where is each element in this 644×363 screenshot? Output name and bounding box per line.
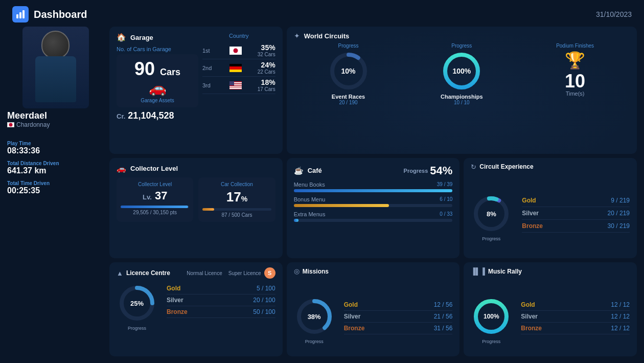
bonus-menu-bar-bg (294, 204, 453, 207)
garage-right: Country 1st 35% 32 Cars 2nd 24% 22 Cars (202, 33, 275, 148)
level-progress-text: 29,505 / 30,150 pts (121, 210, 189, 215)
licence-progress-label: Progress (128, 326, 146, 331)
garage-left: 🏠 Garage No. of Cars in Garage 90 Cars 🚗… (117, 33, 198, 148)
play-time-label: Play Time (7, 141, 104, 146)
level-progress-bar-bg (121, 206, 189, 208)
player-country: Chardonnay (7, 121, 50, 128)
circuit-pct: 8% (487, 210, 496, 217)
circuit-progress-label: Progress (482, 236, 500, 241)
garage-title: 🏠 Garage (117, 33, 198, 42)
music-medal-stats: Gold 12 / 12 Silver 12 / 12 Bronze 12 / … (521, 299, 630, 334)
missions-icon: ◎ (294, 267, 300, 275)
licence-title: Licence Centre (126, 269, 170, 277)
collector-level-label: Collector Level (121, 182, 189, 187)
right-panel: 🏠 Garage No. of Cars in Garage 90 Cars 🚗… (109, 27, 637, 356)
circuit-icon: ↻ (471, 163, 476, 171)
header-date: 31/10/2023 (596, 10, 632, 18)
missions-gold-row: Gold 12 / 56 (344, 299, 453, 311)
main-layout: Meerdael Chardonnay Play Time 08:33:36 T… (0, 27, 644, 361)
garage-box: 90 Cars 🚗 Garage Assets (117, 54, 198, 107)
world-title: World Circuits (304, 32, 350, 40)
svg-rect-2 (22, 10, 25, 18)
licence-pct: 25% (130, 300, 144, 307)
music-rally-card: ▐▌▐ Music Rally 100% Pro (464, 262, 637, 356)
driven-value: 00:25:35 (7, 186, 104, 195)
country-flag (7, 122, 14, 127)
circuit-bronze-row: Bronze 30 / 219 (522, 220, 630, 233)
header: Dashboard 31/10/2023 (0, 0, 644, 27)
left-panel: Meerdael Chardonnay Play Time 08:33:36 T… (7, 27, 104, 356)
event-races-ring: 10% (328, 51, 369, 92)
missions-silver-row: Silver 21 / 56 (344, 311, 453, 323)
cafe-bonus-menu: Bonus Menu 6 / 10 (294, 196, 453, 207)
missions-bronze-row: Bronze 31 / 56 (344, 323, 453, 334)
circuit-stats: Gold 9 / 219 Silver 20 / 219 Bronze 30 /… (522, 194, 630, 233)
collector-icon: 🚗 (117, 164, 126, 173)
licence-bronze-row: Bronze 50 / 100 (167, 306, 275, 318)
circuit-silver-row: Silver 20 / 219 (522, 207, 630, 220)
credits: Cr. 21,104,528 (117, 110, 198, 121)
body (35, 56, 76, 102)
collection-progress-bar (202, 208, 214, 211)
missions-pct: 38% (308, 313, 321, 321)
collection-progress-bar-bg (202, 208, 271, 211)
circuit-title-row: ↻ Circuit Experience (471, 163, 533, 171)
menu-books-bar (294, 189, 453, 192)
play-time-value: 08:33:36 (7, 146, 104, 155)
world-icon: ✦ (294, 32, 300, 40)
svg-rect-0 (16, 14, 18, 18)
licence-icon: ▲ (117, 269, 123, 277)
collector-level-val: Lv. 37 (121, 189, 189, 202)
circuit-gold-row: Gold 9 / 219 (522, 194, 630, 207)
page-title: Dashboard (34, 9, 87, 20)
licence-gold-row: Gold 5 / 100 (167, 283, 275, 294)
country-row-3: 3rd 18% 17 Cars (202, 77, 275, 94)
collector-level-box: Collector Level Lv. 37 29,505 / 30,150 p… (117, 177, 193, 222)
missions-ring: 38% Progress (294, 296, 335, 337)
licence-card: ▲ Licence Centre Normal Licence Super Li… (109, 262, 283, 356)
collection-progress-text: 87 / 500 Cars (202, 212, 271, 218)
licence-title-row: ▲ Licence Centre Normal Licence Super Li… (117, 267, 275, 279)
music-title-row: ▐▌▐ Music Rally (471, 267, 522, 275)
licence-ring: 25% Progress (117, 283, 157, 324)
avatar (22, 27, 89, 108)
car-icon: 🚗 (121, 80, 194, 97)
flag-de (229, 64, 242, 72)
distance-label: Total Distance Driven (7, 161, 104, 166)
cafe-progress-row: Progress 54% (404, 164, 453, 177)
circuit-title: Circuit Experience (479, 163, 533, 170)
music-progress-label: Progress (482, 339, 500, 344)
flag-jp (229, 47, 242, 55)
cafe-icon: ☕ (294, 166, 304, 175)
svg-rect-1 (19, 12, 21, 18)
missions-card: ◎ Missions 38% Progress Gold 12 / 56 (287, 262, 460, 356)
missions-title: Missions (303, 268, 329, 275)
garage-assets-label: Garage Assets (121, 98, 194, 103)
helmet (41, 31, 70, 59)
extra-menus-bar (294, 219, 298, 222)
cars-count: 90 Cars (121, 58, 194, 80)
championships-ring: 100% (441, 51, 482, 92)
country-header: Country (202, 33, 275, 39)
flag-us (229, 81, 242, 89)
player-name: Meerdael (7, 110, 47, 121)
licence-silver-row: Silver 20 / 100 (167, 294, 275, 306)
missions-medal-stats: Gold 12 / 56 Silver 21 / 56 Bronze 31 / … (344, 299, 453, 334)
car-collection-box: Car Collection 17% 87 / 500 Cars (198, 177, 275, 222)
music-title: Music Rally (488, 268, 522, 275)
collector-inner: Collector Level Lv. 37 29,505 / 30,150 p… (117, 177, 275, 222)
cafe-menu-books: Menu Books 39 / 39 (294, 182, 453, 192)
music-ring: 100% Progress (471, 296, 512, 337)
circuit-ring: 8% Progress (471, 193, 512, 234)
collector-title: 🚗 Collector Level (117, 164, 275, 173)
world-circuits-card: ✦ World Circuits Progress 10% Event Race… (287, 27, 637, 154)
car-collection-label: Car Collection (202, 182, 271, 187)
collector-card: 🚗 Collector Level Collector Level Lv. 37… (109, 158, 283, 259)
circuit-experience-card: ↻ Circuit Experience 8% Progress Gold 9 … (464, 158, 637, 259)
cafe-card: ☕ Café Progress 54% Menu Books 39 / 39 (287, 158, 460, 259)
music-icon: ▐▌▐ (471, 267, 485, 275)
distance-value: 641.37 km (7, 166, 104, 175)
championships-pct: 100% (452, 67, 471, 75)
world-title-row: ✦ World Circuits (294, 32, 350, 40)
cars-label: No. of Cars in Garage (117, 46, 198, 52)
